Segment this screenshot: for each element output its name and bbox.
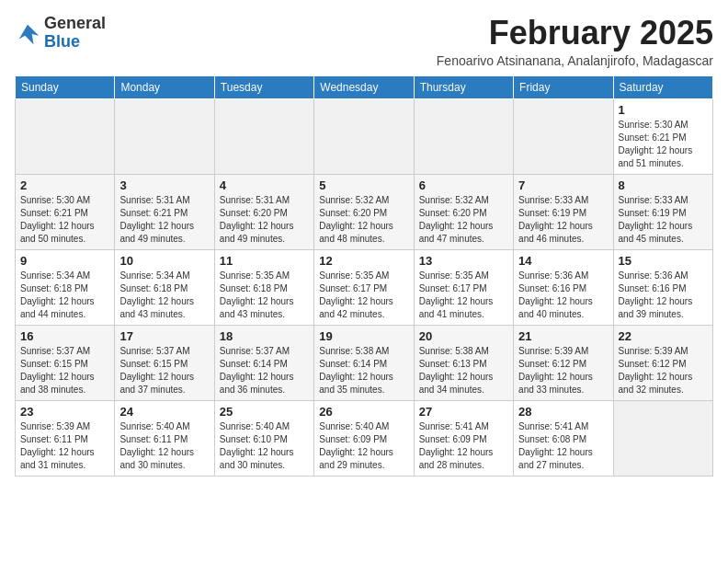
calendar-cell: 5Sunrise: 5:32 AM Sunset: 6:20 PM Daylig… (314, 174, 414, 249)
day-info: Sunrise: 5:35 AM Sunset: 6:18 PM Dayligh… (220, 270, 309, 321)
day-info: Sunrise: 5:30 AM Sunset: 6:21 PM Dayligh… (619, 119, 708, 170)
header: General Blue February 2025 Fenoarivo Ats… (15, 15, 713, 68)
day-header-wednesday: Wednesday (314, 75, 414, 98)
day-info: Sunrise: 5:39 AM Sunset: 6:11 PM Dayligh… (20, 420, 109, 472)
day-number: 19 (319, 329, 408, 343)
day-info: Sunrise: 5:32 AM Sunset: 6:20 PM Dayligh… (319, 194, 408, 246)
day-info: Sunrise: 5:39 AM Sunset: 6:12 PM Dayligh… (518, 345, 608, 396)
day-number: 1 (619, 103, 708, 117)
day-number: 4 (220, 178, 309, 192)
day-info: Sunrise: 5:31 AM Sunset: 6:20 PM Dayligh… (220, 194, 309, 246)
day-number: 21 (518, 329, 608, 343)
calendar-cell: 17Sunrise: 5:37 AM Sunset: 6:15 PM Dayli… (115, 325, 214, 400)
calendar-header: SundayMondayTuesdayWednesdayThursdayFrid… (16, 75, 713, 98)
day-number: 23 (20, 405, 109, 419)
week-row-2: 2Sunrise: 5:30 AM Sunset: 6:21 PM Daylig… (16, 174, 713, 249)
day-info: Sunrise: 5:35 AM Sunset: 6:17 PM Dayligh… (319, 270, 408, 321)
day-info: Sunrise: 5:36 AM Sunset: 6:16 PM Dayligh… (619, 270, 708, 321)
calendar-cell: 4Sunrise: 5:31 AM Sunset: 6:20 PM Daylig… (214, 174, 313, 249)
calendar-cell (414, 98, 513, 174)
calendar-cell: 2Sunrise: 5:30 AM Sunset: 6:21 PM Daylig… (16, 174, 115, 249)
calendar-cell: 26Sunrise: 5:40 AM Sunset: 6:09 PM Dayli… (314, 400, 414, 476)
day-info: Sunrise: 5:40 AM Sunset: 6:11 PM Dayligh… (119, 420, 209, 472)
calendar-cell: 20Sunrise: 5:38 AM Sunset: 6:13 PM Dayli… (414, 325, 513, 400)
day-number: 6 (419, 178, 508, 192)
svg-marker-0 (19, 24, 39, 43)
week-row-5: 23Sunrise: 5:39 AM Sunset: 6:11 PM Dayli… (16, 400, 713, 476)
calendar-cell: 15Sunrise: 5:36 AM Sunset: 6:16 PM Dayli… (613, 249, 712, 325)
calendar-cell (514, 98, 613, 174)
day-info: Sunrise: 5:37 AM Sunset: 6:15 PM Dayligh… (20, 345, 109, 396)
day-number: 5 (319, 178, 408, 192)
day-number: 2 (20, 178, 109, 192)
calendar-cell: 27Sunrise: 5:41 AM Sunset: 6:09 PM Dayli… (414, 400, 513, 476)
calendar-cell: 6Sunrise: 5:32 AM Sunset: 6:20 PM Daylig… (414, 174, 513, 249)
day-number: 9 (20, 254, 109, 268)
logo: General Blue (15, 15, 106, 52)
calendar-cell: 7Sunrise: 5:33 AM Sunset: 6:19 PM Daylig… (514, 174, 613, 249)
day-number: 8 (619, 178, 708, 192)
calendar-cell: 11Sunrise: 5:35 AM Sunset: 6:18 PM Dayli… (214, 249, 313, 325)
day-info: Sunrise: 5:30 AM Sunset: 6:21 PM Dayligh… (20, 194, 109, 246)
calendar-cell: 14Sunrise: 5:36 AM Sunset: 6:16 PM Dayli… (514, 249, 613, 325)
calendar-cell: 12Sunrise: 5:35 AM Sunset: 6:17 PM Dayli… (314, 249, 414, 325)
day-info: Sunrise: 5:33 AM Sunset: 6:19 PM Dayligh… (518, 194, 608, 246)
day-number: 24 (119, 405, 209, 419)
day-number: 15 (619, 254, 708, 268)
day-number: 16 (20, 329, 109, 343)
calendar-cell: 28Sunrise: 5:41 AM Sunset: 6:08 PM Dayli… (514, 400, 613, 476)
calendar-cell (115, 98, 214, 174)
calendar-cell: 13Sunrise: 5:35 AM Sunset: 6:17 PM Dayli… (414, 249, 513, 325)
week-row-1: 1Sunrise: 5:30 AM Sunset: 6:21 PM Daylig… (16, 98, 713, 174)
day-number: 11 (220, 254, 309, 268)
day-number: 26 (319, 405, 408, 419)
day-info: Sunrise: 5:40 AM Sunset: 6:09 PM Dayligh… (319, 420, 408, 472)
day-header-tuesday: Tuesday (214, 75, 313, 98)
calendar-cell: 10Sunrise: 5:34 AM Sunset: 6:18 PM Dayli… (115, 249, 214, 325)
week-row-3: 9Sunrise: 5:34 AM Sunset: 6:18 PM Daylig… (16, 249, 713, 325)
day-number: 10 (119, 254, 209, 268)
day-header-friday: Friday (514, 75, 613, 98)
day-info: Sunrise: 5:41 AM Sunset: 6:09 PM Dayligh… (419, 420, 508, 472)
subtitle: Fenoarivo Atsinanana, Analanjirofo, Mada… (437, 53, 713, 68)
day-info: Sunrise: 5:37 AM Sunset: 6:15 PM Dayligh… (119, 345, 209, 396)
day-number: 12 (319, 254, 408, 268)
calendar-cell: 25Sunrise: 5:40 AM Sunset: 6:10 PM Dayli… (214, 400, 313, 476)
day-number: 7 (518, 178, 608, 192)
day-info: Sunrise: 5:38 AM Sunset: 6:13 PM Dayligh… (419, 345, 508, 396)
day-number: 28 (518, 405, 608, 419)
calendar-cell: 21Sunrise: 5:39 AM Sunset: 6:12 PM Dayli… (514, 325, 613, 400)
logo-icon (15, 20, 40, 46)
day-header-sunday: Sunday (16, 75, 115, 98)
title-area: February 2025 Fenoarivo Atsinanana, Anal… (437, 15, 713, 68)
week-row-4: 16Sunrise: 5:37 AM Sunset: 6:15 PM Dayli… (16, 325, 713, 400)
day-info: Sunrise: 5:34 AM Sunset: 6:18 PM Dayligh… (119, 270, 209, 321)
day-info: Sunrise: 5:40 AM Sunset: 6:10 PM Dayligh… (220, 420, 309, 472)
calendar-cell (613, 400, 712, 476)
calendar-cell: 8Sunrise: 5:33 AM Sunset: 6:19 PM Daylig… (613, 174, 712, 249)
day-number: 25 (220, 405, 309, 419)
day-info: Sunrise: 5:34 AM Sunset: 6:18 PM Dayligh… (20, 270, 109, 321)
day-info: Sunrise: 5:32 AM Sunset: 6:20 PM Dayligh… (419, 194, 508, 246)
logo-text: General Blue (44, 15, 106, 52)
day-header-saturday: Saturday (613, 75, 712, 98)
day-number: 17 (119, 329, 209, 343)
day-number: 22 (619, 329, 708, 343)
calendar-cell: 9Sunrise: 5:34 AM Sunset: 6:18 PM Daylig… (16, 249, 115, 325)
calendar: SundayMondayTuesdayWednesdayThursdayFrid… (15, 75, 713, 477)
day-info: Sunrise: 5:35 AM Sunset: 6:17 PM Dayligh… (419, 270, 508, 321)
month-title: February 2025 (437, 15, 713, 52)
calendar-cell: 3Sunrise: 5:31 AM Sunset: 6:21 PM Daylig… (115, 174, 214, 249)
calendar-cell (16, 98, 115, 174)
day-info: Sunrise: 5:41 AM Sunset: 6:08 PM Dayligh… (518, 420, 608, 472)
day-info: Sunrise: 5:31 AM Sunset: 6:21 PM Dayligh… (119, 194, 209, 246)
day-header-thursday: Thursday (414, 75, 513, 98)
header-row: SundayMondayTuesdayWednesdayThursdayFrid… (16, 75, 713, 98)
day-info: Sunrise: 5:33 AM Sunset: 6:19 PM Dayligh… (619, 194, 708, 246)
day-number: 13 (419, 254, 508, 268)
day-info: Sunrise: 5:39 AM Sunset: 6:12 PM Dayligh… (619, 345, 708, 396)
calendar-cell: 23Sunrise: 5:39 AM Sunset: 6:11 PM Dayli… (16, 400, 115, 476)
calendar-cell: 16Sunrise: 5:37 AM Sunset: 6:15 PM Dayli… (16, 325, 115, 400)
day-number: 20 (419, 329, 508, 343)
calendar-cell: 22Sunrise: 5:39 AM Sunset: 6:12 PM Dayli… (613, 325, 712, 400)
